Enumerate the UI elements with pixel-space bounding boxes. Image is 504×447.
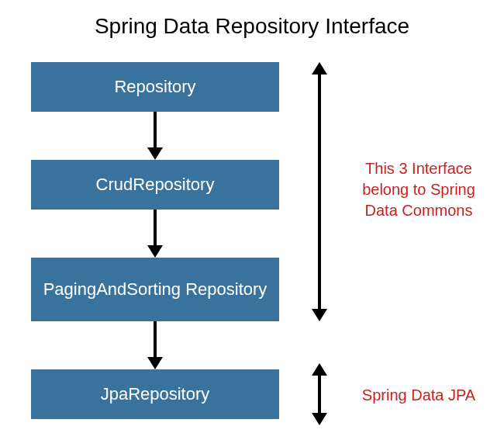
page-title: Spring Data Repository Interface: [0, 0, 504, 47]
box-crud-repository: CrudRepository: [31, 160, 279, 210]
hierarchy-diagram: Repository CrudRepository PagingAndSorti…: [0, 47, 504, 435]
annotation-commons: This 3 Interface belong to Spring Data C…: [349, 158, 488, 221]
annotation-jpa: Spring Data JPA: [349, 385, 488, 406]
box-paging-sorting-repository: PagingAndSorting Repository: [31, 258, 279, 321]
box-repository: Repository: [31, 62, 279, 112]
box-jpa-repository: JpaRepository: [31, 369, 279, 419]
